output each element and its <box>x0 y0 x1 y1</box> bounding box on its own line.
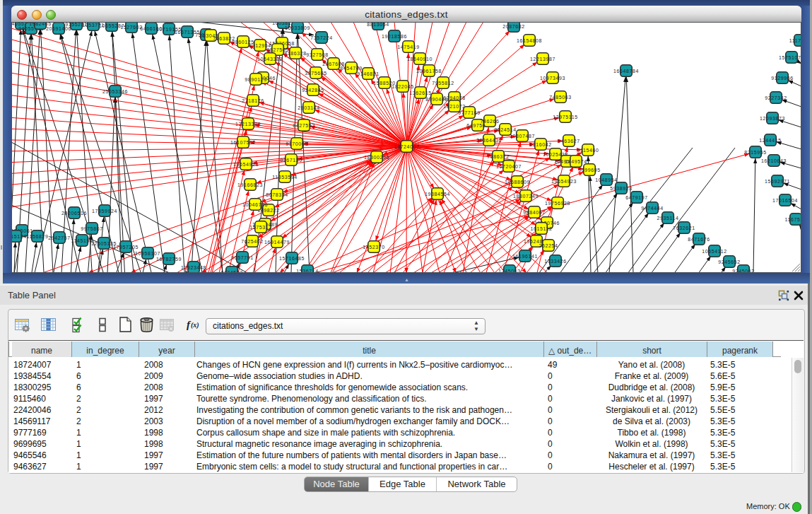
svg-text:19756928: 19756928 <box>545 201 570 206</box>
svg-text:20206516: 20206516 <box>61 211 87 216</box>
svg-text:12975115: 12975115 <box>553 115 577 119</box>
svg-text:16782759: 16782759 <box>156 257 182 262</box>
svg-text:1117403: 1117403 <box>789 38 801 43</box>
svg-text:7625402: 7625402 <box>241 239 263 244</box>
svg-text:1621072: 1621072 <box>443 104 465 109</box>
svg-text:6479197: 6479197 <box>625 195 647 200</box>
svg-text:12923448: 12923448 <box>181 265 206 270</box>
svg-text:10654112: 10654112 <box>702 249 726 254</box>
svg-text:20364436: 20364436 <box>476 138 502 143</box>
svg-text:10958107: 10958107 <box>135 251 160 256</box>
svg-text:7632621: 7632621 <box>673 226 695 230</box>
svg-text:1575312: 1575312 <box>249 225 271 230</box>
svg-text:7357224: 7357224 <box>310 35 332 40</box>
svg-text:1822045: 1822045 <box>392 84 413 89</box>
svg-text:5938923: 5938923 <box>610 186 632 191</box>
svg-text:16648784: 16648784 <box>613 69 639 74</box>
svg-text:16107552: 16107552 <box>230 140 256 145</box>
svg-text:9170065: 9170065 <box>286 141 307 146</box>
svg-text:8267130: 8267130 <box>280 158 302 163</box>
svg-text:1733426: 1733426 <box>544 259 566 264</box>
svg-text:746266: 746266 <box>481 119 500 124</box>
svg-text:10807487: 10807487 <box>510 134 535 139</box>
svg-text:2718176: 2718176 <box>242 98 264 103</box>
svg-text:9129966: 9129966 <box>771 76 793 81</box>
svg-text:18807249: 18807249 <box>513 194 539 199</box>
svg-text:16033809: 16033809 <box>285 25 310 30</box>
svg-text:1244415: 1244415 <box>759 138 781 143</box>
svg-text:(x): (x) <box>191 321 199 329</box>
svg-text:19166823: 19166823 <box>237 182 263 187</box>
svg-text:19654923: 19654923 <box>233 162 259 167</box>
svg-text:8186328: 8186328 <box>284 51 306 56</box>
svg-text:16196141: 16196141 <box>512 254 538 259</box>
svg-text:12213987: 12213987 <box>530 57 555 62</box>
svg-text:6216042: 6216042 <box>529 142 551 147</box>
svg-text:15716485: 15716485 <box>279 256 305 261</box>
svg-text:9115460: 9115460 <box>577 148 599 153</box>
svg-text:9146821: 9146821 <box>357 71 379 76</box>
svg-text:10046786: 10046786 <box>242 202 268 207</box>
svg-text:9777169: 9777169 <box>458 110 480 115</box>
svg-text:1615112: 1615112 <box>531 226 553 231</box>
svg-text:2935114: 2935114 <box>657 216 679 221</box>
svg-text:2803144: 2803144 <box>298 105 319 110</box>
svg-text:17957205: 17957205 <box>113 245 139 250</box>
svg-text:1362615: 1362615 <box>409 90 431 95</box>
svg-text:9327508: 9327508 <box>306 52 328 57</box>
svg-text:6794028: 6794028 <box>443 95 465 100</box>
svg-text:9463627: 9463627 <box>558 139 579 144</box>
svg-text:9657791: 9657791 <box>231 255 253 260</box>
svg-text:17359924: 17359924 <box>92 209 117 214</box>
svg-text:3624514: 3624514 <box>494 127 516 132</box>
svg-text:19654923: 19654923 <box>551 179 577 184</box>
svg-text:1048954: 1048954 <box>595 177 617 182</box>
svg-text:7986372: 7986372 <box>487 154 509 159</box>
svg-text:3875685: 3875685 <box>305 71 326 76</box>
svg-text:16210643: 16210643 <box>761 158 787 163</box>
svg-text:16154808: 16154808 <box>517 38 542 43</box>
svg-text:7485063: 7485063 <box>549 95 571 100</box>
svg-text:10688609: 10688609 <box>505 180 530 185</box>
svg-text:15692971: 15692971 <box>765 179 790 184</box>
svg-text:19218586: 19218586 <box>382 34 407 39</box>
svg-text:18640910: 18640910 <box>407 57 433 62</box>
svg-text:1156829: 1156829 <box>27 234 49 239</box>
svg-text:8454749: 8454749 <box>340 66 362 71</box>
svg-text:9245652: 9245652 <box>718 259 740 264</box>
svg-text:9975867: 9975867 <box>81 226 102 231</box>
svg-text:2087682: 2087682 <box>502 24 524 29</box>
svg-text:1475419: 1475419 <box>397 45 419 49</box>
svg-text:8427552: 8427552 <box>293 123 314 128</box>
svg-text:8678334: 8678334 <box>266 192 288 197</box>
svg-text:11353594: 11353594 <box>272 175 297 180</box>
svg-text:20691406: 20691406 <box>46 26 71 31</box>
svg-text:1527602: 1527602 <box>120 25 142 30</box>
svg-text:9474444: 9474444 <box>641 206 663 211</box>
svg-text:9884067: 9884067 <box>523 210 545 215</box>
svg-text:8471676: 8471676 <box>688 237 710 242</box>
svg-text:9242845: 9242845 <box>302 88 324 93</box>
svg-text:16914479: 16914479 <box>264 240 290 245</box>
svg-text:8215955: 8215955 <box>744 150 766 155</box>
svg-text:9890123: 9890123 <box>245 77 266 82</box>
svg-text:9699695: 9699695 <box>578 168 600 173</box>
svg-text:19384554: 19384554 <box>425 192 450 197</box>
svg-text:3915134: 3915134 <box>11 234 27 239</box>
svg-text:252254: 252254 <box>539 243 558 248</box>
svg-text:10543382: 10543382 <box>257 57 283 62</box>
svg-text:2942757: 2942757 <box>48 235 70 240</box>
svg-text:1145194: 1145194 <box>71 238 93 243</box>
svg-text:7955812: 7955812 <box>432 81 454 86</box>
svg-text:1449574: 1449574 <box>565 159 587 164</box>
svg-text:18300295: 18300295 <box>364 155 389 160</box>
svg-text:10961758: 10961758 <box>416 69 442 74</box>
svg-text:1452370: 1452370 <box>363 245 384 250</box>
svg-text:18724007: 18724007 <box>394 144 420 149</box>
svg-text:10973493: 10973493 <box>540 76 565 81</box>
svg-text:12213389: 12213389 <box>235 122 261 127</box>
svg-text:12093873: 12093873 <box>760 116 785 121</box>
svg-text:9227342: 9227342 <box>765 95 787 100</box>
svg-text:17016504: 17016504 <box>772 198 798 203</box>
svg-text:15720407: 15720407 <box>496 164 522 169</box>
